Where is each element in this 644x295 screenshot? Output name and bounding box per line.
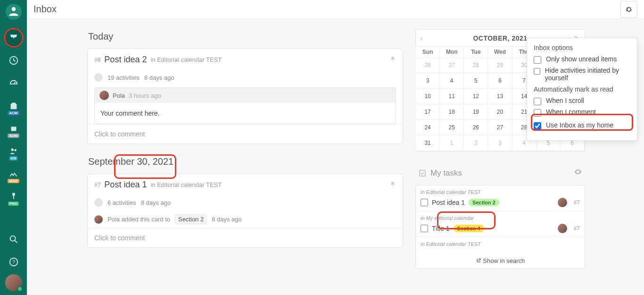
task-list: in Editorial calendar TEST Post idea 1 S… <box>415 185 585 269</box>
card-title[interactable]: Post idea 1 <box>104 180 147 190</box>
calendar-day[interactable]: 2 <box>463 135 488 151</box>
activity-count[interactable]: 6 activities <box>107 199 136 206</box>
calendar-day[interactable]: 13 <box>487 88 512 104</box>
task-checkbox[interactable] <box>421 199 428 206</box>
option-hide-own[interactable]: Hide activities initiated by yourself <box>534 67 630 82</box>
comment-author[interactable]: Pola <box>113 92 125 99</box>
option-scroll[interactable]: When I scroll <box>534 97 630 105</box>
sidebar-item-help[interactable]: ? <box>3 252 24 272</box>
calendar-dow: Sun <box>415 46 440 58</box>
card-project[interactable]: in Editorial calendar TEST <box>150 181 222 188</box>
settings-button[interactable] <box>620 1 637 18</box>
calendar-day[interactable]: 3 <box>487 135 512 151</box>
card-project[interactable]: in Editorial calendar TEST <box>150 56 222 63</box>
comment-input[interactable] <box>88 228 403 247</box>
calendar-day[interactable]: 28 <box>463 57 488 73</box>
brand-logo[interactable] <box>6 4 22 20</box>
task-checkbox[interactable] <box>421 225 428 232</box>
sidebar-item-pro[interactable]: PRO <box>3 186 24 207</box>
my-tasks-heading[interactable]: My tasks <box>415 166 585 180</box>
task-row[interactable]: Title 1 Section 4 #7 <box>421 224 580 233</box>
date-heading: Today <box>88 31 402 42</box>
calendar-day[interactable]: 26 <box>463 119 488 135</box>
calendar-day[interactable]: 27 <box>487 119 512 135</box>
show-in-search-label: Show in search <box>483 257 525 264</box>
feed-card: #8 Post idea 2 in Editorial calendar TES… <box>87 49 403 144</box>
avatar-icon <box>558 198 567 207</box>
calendar-day[interactable]: 20 <box>487 104 512 120</box>
content: Today #8 Post idea 2 in Editorial calend… <box>27 19 644 295</box>
calendar-day[interactable]: 26 <box>415 57 440 73</box>
calendar-prev[interactable]: ‹ <box>421 34 423 42</box>
task-source: in My editorial calendar <box>421 215 580 221</box>
activity-ago: 8 days ago <box>144 74 174 81</box>
main: Inbox Today #8 Post idea 2 in Editorial … <box>27 0 644 295</box>
sidebar-item-adm[interactable]: ADM <box>3 118 24 139</box>
sidebar-item-mar[interactable]: MAR <box>3 163 24 184</box>
calendar-day[interactable]: 5 <box>463 73 488 89</box>
option-checkbox[interactable] <box>534 56 541 64</box>
option-checkbox[interactable] <box>534 122 541 130</box>
section-chip: Section 4 <box>454 225 484 232</box>
sidebar-item-search[interactable] <box>3 229 24 250</box>
sidebar-item-inbox[interactable] <box>3 27 24 48</box>
task-row[interactable]: Post idea 1 Section 2 #7 <box>421 198 580 207</box>
feed-card: #7 Post idea 1 in Editorial calendar TES… <box>87 174 403 248</box>
svg-point-0 <box>11 7 16 11</box>
calendar-day[interactable]: 17 <box>415 104 440 120</box>
calendar-day[interactable]: 29 <box>487 57 512 73</box>
svg-text:?: ? <box>12 260 15 265</box>
calendar-day[interactable]: 24 <box>415 119 440 135</box>
calendar-dow: Wed <box>487 46 512 58</box>
calendar-day[interactable]: 1 <box>439 135 464 151</box>
option-checkbox[interactable] <box>534 109 541 117</box>
sidebar-item-acm[interactable]: ACM <box>3 95 24 116</box>
calendar-day[interactable]: 4 <box>439 73 464 89</box>
option-checkbox[interactable] <box>534 67 540 75</box>
my-tasks-label: My tasks <box>430 169 462 178</box>
calendar-day[interactable]: 31 <box>415 135 440 151</box>
calendar-day[interactable]: 3 <box>415 73 440 89</box>
activity-count[interactable]: 19 activities <box>107 74 140 81</box>
calendar-day[interactable]: 19 <box>463 104 488 120</box>
section-chip[interactable]: Section 2 <box>175 214 207 224</box>
calendar-day[interactable]: 18 <box>439 104 464 120</box>
avatar-icon <box>94 198 103 207</box>
option-checkbox[interactable] <box>534 98 541 105</box>
option-comment[interactable]: When I comment <box>534 108 630 117</box>
sidebar-item-dashboard[interactable] <box>3 73 24 93</box>
show-in-search[interactable]: Show in search <box>416 253 585 268</box>
card-title[interactable]: Post idea 2 <box>104 55 147 65</box>
calendar-dow: Mon <box>439 46 464 58</box>
comment-input[interactable] <box>88 124 403 143</box>
sidebar-item-recent[interactable] <box>3 50 24 71</box>
inbox-options-popover: Inbox options Only show unread items Hid… <box>527 38 637 141</box>
comment-body: Your comment here. <box>95 103 396 124</box>
calendar-title[interactable]: OCTOBER, 2021 <box>473 34 527 42</box>
bell-icon[interactable] <box>389 181 396 189</box>
option-home[interactable]: Use Inbox as my home <box>534 121 630 130</box>
task-index: #7 <box>574 225 580 232</box>
card-number: #7 <box>94 182 100 188</box>
calendar-day[interactable]: 11 <box>439 88 464 104</box>
calendar-day[interactable]: 25 <box>439 119 464 135</box>
sidebar-item-hr[interactable]: HR <box>3 141 24 161</box>
calendar-day[interactable]: 6 <box>487 73 512 89</box>
bell-icon[interactable] <box>389 56 396 64</box>
eye-icon[interactable] <box>574 168 582 178</box>
calendar-dow: Tue <box>463 46 488 58</box>
calendar-day[interactable]: 27 <box>439 57 464 73</box>
options-heading: Inbox options <box>534 44 630 51</box>
calendar-day[interactable]: 12 <box>463 88 488 104</box>
svg-point-2 <box>11 149 14 152</box>
card-number: #8 <box>94 57 100 63</box>
option-unread[interactable]: Only show unread items <box>534 55 630 64</box>
feed: Today #8 Post idea 2 in Editorial calend… <box>87 29 403 295</box>
avatar-icon <box>99 91 109 100</box>
user-avatar[interactable] <box>5 274 22 291</box>
activity-ago: 8 days ago <box>212 216 242 223</box>
task-index: #7 <box>574 199 580 206</box>
task-title: Title 1 <box>432 225 450 232</box>
sidebar-badge: HR <box>9 156 18 160</box>
calendar-day[interactable]: 10 <box>415 88 440 104</box>
